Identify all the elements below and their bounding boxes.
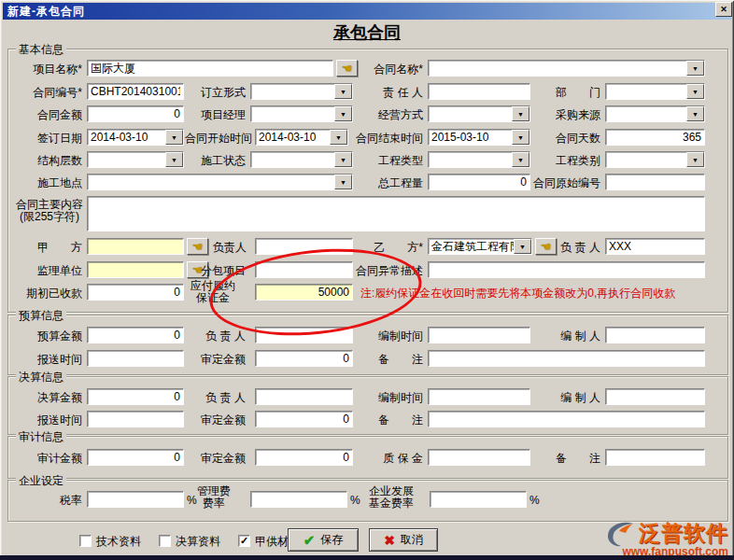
budget-leader-input[interactable]	[255, 327, 353, 343]
save-button[interactable]: ✔ 保存	[288, 528, 359, 552]
supervisor-input[interactable]	[87, 261, 184, 278]
main-content-label: 合同主要内容 (限255字符)	[13, 199, 86, 223]
budget-amount-input[interactable]	[87, 327, 184, 343]
project-category-select[interactable]: ▼	[605, 151, 705, 168]
audit-remark-input[interactable]	[605, 449, 705, 466]
mgmt-fee-input[interactable]	[250, 491, 347, 508]
checkbox-material-deduction[interactable]: ✓	[238, 535, 250, 547]
party-b-lookup-button[interactable]: ☚	[535, 238, 557, 255]
audit-amount-input[interactable]	[87, 449, 184, 466]
project-type-label: 工程类型	[360, 152, 423, 169]
sign-date-select[interactable]: 2014-03-10 ▼	[87, 129, 184, 146]
final-submit-time-input[interactable]	[87, 411, 184, 427]
budget-compile-time-input[interactable]	[428, 327, 530, 343]
chevron-down-icon[interactable]: ▼	[330, 130, 347, 145]
project-type-select[interactable]: ▼	[428, 151, 530, 168]
start-date-label: 合同开始时间	[182, 130, 252, 147]
project-type-value	[429, 152, 512, 167]
party-a-lookup-button[interactable]: ☚	[187, 238, 208, 255]
final-amount-input[interactable]	[87, 388, 184, 405]
chevron-down-icon[interactable]: ▼	[686, 106, 704, 121]
chevron-down-icon[interactable]: ▼	[686, 61, 704, 76]
chevron-down-icon[interactable]: ▼	[165, 130, 183, 145]
contract-days-input[interactable]	[605, 129, 705, 146]
project-name-input[interactable]	[87, 60, 333, 77]
pointing-hand-icon: ☚	[192, 241, 204, 253]
subproject-input[interactable]	[255, 261, 353, 278]
chevron-down-icon[interactable]: ▼	[512, 152, 529, 167]
start-date-select[interactable]: 2014-03-10 ▼	[255, 129, 348, 146]
total-quantity-input[interactable]	[428, 174, 530, 190]
budget-submit-time-input[interactable]	[87, 350, 184, 367]
project-name-lookup-button[interactable]: ☚	[336, 60, 358, 77]
department-select[interactable]: ▼	[605, 83, 705, 100]
final-submit-time-label: 报送时间	[17, 412, 82, 428]
chevron-down-icon[interactable]: ▼	[512, 106, 529, 121]
final-remark-input[interactable]	[428, 411, 705, 427]
dev-fund-input[interactable]	[430, 491, 527, 508]
mgmt-fee-label: 管理费 费率	[183, 485, 245, 510]
chevron-down-icon[interactable]: ▼	[512, 130, 529, 145]
chevron-down-icon[interactable]: ▼	[514, 239, 531, 254]
construction-site-select[interactable]: ▼	[87, 174, 353, 190]
abnormal-desc-input[interactable]	[428, 261, 705, 278]
chevron-down-icon[interactable]: ▼	[334, 106, 352, 121]
final-compile-time-input[interactable]	[428, 388, 530, 405]
chevron-down-icon[interactable]: ▼	[686, 152, 704, 167]
construction-status-select[interactable]: ▼	[250, 151, 353, 168]
cancel-button[interactable]: ✖ 取消	[369, 528, 438, 552]
chevron-down-icon[interactable]: ▼	[334, 175, 352, 189]
pointing-hand-icon: ☚	[541, 241, 552, 253]
chevron-down-icon[interactable]: ▼	[686, 84, 704, 99]
initial-received-input[interactable]	[87, 284, 184, 301]
final-amount-label: 决算金额	[17, 389, 82, 406]
checkbox-final-docs[interactable]: ✓	[159, 535, 171, 547]
budget-remark-label: 备 注	[360, 351, 423, 368]
final-compile-time-label: 编制时间	[360, 389, 423, 406]
party-b-select[interactable]: 金石建筑工程有限公 ▼	[428, 238, 532, 255]
form-type-value	[251, 84, 334, 99]
operation-mode-value	[429, 106, 512, 121]
construction-site-value	[88, 175, 334, 189]
operation-mode-select[interactable]: ▼	[428, 105, 530, 122]
chevron-down-icon[interactable]: ▼	[334, 152, 352, 167]
contract-no-label: 合同编号*	[17, 84, 82, 101]
budget-submit-time-label: 报送时间	[17, 351, 82, 368]
form-type-select[interactable]: ▼	[250, 83, 353, 100]
end-date-select[interactable]: 2015-03-10 ▼	[428, 129, 530, 146]
end-date-value: 2015-03-10	[429, 130, 512, 145]
warranty-input[interactable]	[428, 449, 530, 466]
original-no-input[interactable]	[605, 174, 705, 190]
structure-layers-select[interactable]: ▼	[87, 151, 184, 168]
dialog-window: 新建-承包合同 ✕ 承包合同 基本信息 项目名称* ☚ 合同名称* ▼ 合同编号…	[0, 0, 734, 560]
budget-leader-label: 负 责 人	[182, 328, 246, 344]
final-compiler-input[interactable]	[605, 388, 705, 405]
main-content-textarea[interactable]	[87, 196, 705, 231]
responsible-input[interactable]	[428, 83, 530, 100]
purchase-source-select[interactable]: ▼	[605, 105, 705, 122]
deposit-input[interactable]	[255, 284, 353, 301]
start-date-value: 2014-03-10	[256, 130, 330, 145]
final-leader-input[interactable]	[255, 388, 353, 405]
vendor-logo: 泛普软件 www.fanpusoft.com	[605, 519, 728, 558]
deposit-note: 注:履约保证金在收回时需要先将本项金额改为0,再执行合同收款	[360, 286, 675, 301]
budget-remark-input[interactable]	[428, 350, 705, 367]
contract-name-select[interactable]: ▼	[428, 60, 705, 77]
tax-rate-input[interactable]	[87, 491, 184, 508]
project-manager-select[interactable]: ▼	[250, 105, 353, 122]
chevron-down-icon[interactable]: ▼	[334, 84, 352, 99]
checkbox-tech-docs[interactable]: ✓	[79, 535, 92, 547]
party-a-input[interactable]	[87, 238, 184, 255]
budget-approved-input[interactable]	[255, 350, 353, 367]
final-approved-input[interactable]	[255, 411, 353, 427]
close-button[interactable]: ✕	[715, 2, 732, 17]
group-budget-legend: 预算信息	[16, 308, 66, 324]
budget-compiler-input[interactable]	[605, 327, 705, 343]
party-a-leader-input[interactable]	[255, 238, 353, 255]
final-leader-label: 负 责 人	[182, 389, 246, 406]
contract-amount-input[interactable]	[87, 105, 184, 122]
audit-approved-input[interactable]	[255, 449, 353, 466]
contract-no-input[interactable]	[87, 83, 184, 100]
party-b-leader-input[interactable]	[605, 238, 705, 255]
chevron-down-icon[interactable]: ▼	[165, 152, 183, 167]
